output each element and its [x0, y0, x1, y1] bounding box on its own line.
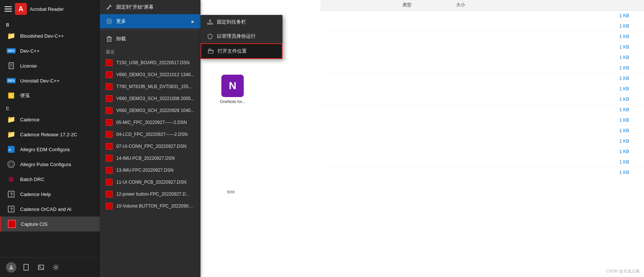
- separator: [100, 30, 201, 30]
- menu-item-bianqian[interactable]: ✎ 便笺: [0, 88, 100, 103]
- trash-icon: [106, 35, 113, 42]
- ctx1-more[interactable]: 更多 ▶: [100, 14, 201, 28]
- menu-item-cadence-orcad[interactable]: ? Cadence OrCAD and Al: [0, 202, 100, 217]
- note-icon: ✎: [6, 90, 16, 101]
- svg-point-9: [9, 162, 13, 166]
- svg-rect-23: [107, 21, 111, 22]
- pin-start-icon: [106, 4, 113, 10]
- recent-file-9[interactable]: 14-IMU-PCB_20220927.DSN: [100, 152, 201, 164]
- svg-text:A: A: [9, 148, 11, 152]
- capture-cis-icon: [7, 219, 17, 229]
- recent-file-6[interactable]: 05-MIC_FPC_20220927------2.DSN: [100, 116, 201, 128]
- svg-point-20: [40, 266, 41, 267]
- context-menu-level1: 固定到"开始"屏幕 更多 ▶ 卸载 最近 T150_USB_BOARD_2022…: [100, 0, 201, 277]
- csdn-watermark: CSDN @天战云巅: [606, 268, 640, 274]
- dsn-file-icon: [106, 71, 113, 78]
- start-menu-bottom: [0, 257, 100, 277]
- start-menu-header: A Acrobat Reader: [0, 0, 100, 18]
- svg-point-21: [55, 266, 57, 268]
- recent-file-11[interactable]: 11-UI CONN_PCB_20220927.DSN: [100, 176, 201, 188]
- recent-section-label: 最近: [100, 46, 201, 57]
- folder-icon: 📁: [6, 31, 16, 41]
- document-icon[interactable]: [21, 262, 31, 273]
- col-size-header: 大小: [449, 2, 473, 8]
- context-menu-level2: 固定到任务栏 以管理员身份运行 打开文件位置: [201, 15, 282, 59]
- dsn-file-icon: [106, 119, 113, 126]
- dsn-file-icon: [106, 143, 113, 150]
- recent-file-3[interactable]: T780_MT8195_MLB_DVT0831_1558...: [100, 81, 201, 93]
- ctx1-pin-start[interactable]: 固定到"开始"屏幕: [100, 0, 201, 14]
- menu-item-allegro-edm[interactable]: A Allegro EDM Configura: [0, 142, 100, 157]
- table-row: 1 KB: [321, 84, 644, 94]
- recent-file-4[interactable]: V660_DEMO3_SCH_20221008 2005...: [100, 93, 201, 105]
- section-b-header: B: [0, 19, 100, 28]
- svg-rect-0: [9, 63, 13, 69]
- dsn-file-icon: [106, 155, 113, 162]
- hamburger-icon[interactable]: [4, 5, 12, 13]
- cadence-help-icon: ?: [6, 189, 16, 199]
- menu-item-allegro-pulse[interactable]: Allegro Pulse Configura: [0, 157, 100, 172]
- start-menu: A Acrobat Reader B 📁 Bloodshed Dev-C++ D…: [0, 0, 100, 277]
- menu-item-uninstall-devcpp[interactable]: DEV Uninstall Dev-C++: [0, 73, 100, 88]
- col-type-header: 类型: [395, 2, 419, 8]
- svg-text:?: ?: [10, 192, 13, 197]
- user-avatar[interactable]: [6, 262, 16, 273]
- dsn-file-icon: [106, 167, 113, 174]
- menu-item-devcpp[interactable]: DEV Dev-C++: [0, 43, 100, 58]
- recent-file-1[interactable]: T150_USB_BOARD_20220517.DSN: [100, 57, 201, 69]
- recent-file-5[interactable]: V660_DEMO3_SCH_20220928 1040...: [100, 105, 201, 116]
- recent-file-12[interactable]: 12-power button-FPC_20220927.D...: [100, 188, 201, 200]
- image-icon[interactable]: [36, 262, 46, 273]
- more-icon: [106, 18, 113, 25]
- batch-drc-icon: [6, 174, 16, 184]
- menu-item-capture-cis[interactable]: Capture CIS: [0, 217, 100, 231]
- allegro-pulse-icon: [6, 159, 16, 169]
- table-row: 1 KB: [321, 105, 644, 115]
- table-row: 1 KB: [321, 136, 644, 146]
- recent-file-7[interactable]: 04-LCD_FPC_20220927------2.DSN: [100, 128, 201, 140]
- table-row: 1 KB: [321, 94, 644, 105]
- svg-text:?: ?: [10, 207, 13, 212]
- table-row: 1 KB: [321, 42, 644, 52]
- ctx1-uninstall[interactable]: 卸载: [100, 32, 201, 46]
- menu-item-license[interactable]: License: [0, 58, 100, 73]
- table-row: 1 KB: [321, 157, 644, 167]
- dev-icon: DEV: [6, 46, 16, 56]
- recent-file-13[interactable]: 10-Volume BUTTON_FPC_20220902...: [100, 200, 201, 212]
- menu-item-cadence[interactable]: 📁 Cadence: [0, 112, 100, 127]
- recent-file-2[interactable]: V660_DEMO3_SCH_20221012 1340...: [100, 69, 201, 81]
- ctx2-pin-taskbar[interactable]: 固定到任务栏: [201, 15, 282, 29]
- settings-icon[interactable]: [51, 262, 61, 273]
- svg-text:✎: ✎: [10, 94, 13, 98]
- table-row: 1 KB: [321, 63, 644, 73]
- ctx2-open-file-location[interactable]: 打开文件位置: [201, 43, 282, 59]
- table-row: 1 KB: [321, 125, 644, 136]
- recent-file-8[interactable]: 07-UI-CONN_FPC_20220927.DSN: [100, 140, 201, 152]
- file-column-headers: 类型 大小: [321, 0, 644, 10]
- table-row: 1 KB: [321, 31, 644, 42]
- bottom-icons-row: [6, 261, 94, 274]
- ctx2-run-admin[interactable]: 以管理员身份运行: [201, 29, 282, 43]
- menu-item-batch-drc[interactable]: Batch DRC: [0, 172, 100, 187]
- app-icon: A: [15, 3, 27, 15]
- shield-icon: [206, 33, 213, 40]
- menu-item-cadence-release[interactable]: 📁 Cadence Release 17.2-2C: [0, 127, 100, 142]
- folder-cadence-icon: 📁: [6, 114, 16, 125]
- dsn-file-icon: [106, 131, 113, 138]
- table-row: 1 KB: [321, 21, 644, 31]
- recent-file-10[interactable]: 13-IMU-FPC-20220927.DSN: [100, 164, 201, 176]
- dsn-file-icon: [106, 179, 113, 186]
- dev-icon-uninstall: DEV: [6, 75, 16, 86]
- menu-item-bloodshed[interactable]: 📁 Bloodshed Dev-C++: [0, 28, 100, 43]
- folder-open-icon: [207, 48, 214, 55]
- table-row: 1 KB: [321, 52, 644, 63]
- dsn-file-icon: [106, 59, 113, 66]
- start-menu-list: B 📁 Bloodshed Dev-C++ DEV Dev-C++ Licens…: [0, 18, 100, 257]
- svg-rect-18: [24, 264, 28, 270]
- section-c-header: C: [0, 103, 100, 112]
- tore-partial-text: tore: [227, 189, 235, 194]
- doc-icon: [6, 60, 16, 71]
- menu-item-cadence-help[interactable]: ? Cadence Help: [0, 187, 100, 202]
- onenote-label: OneNote for...: [220, 99, 245, 104]
- table-row: 1 KB: [321, 167, 644, 178]
